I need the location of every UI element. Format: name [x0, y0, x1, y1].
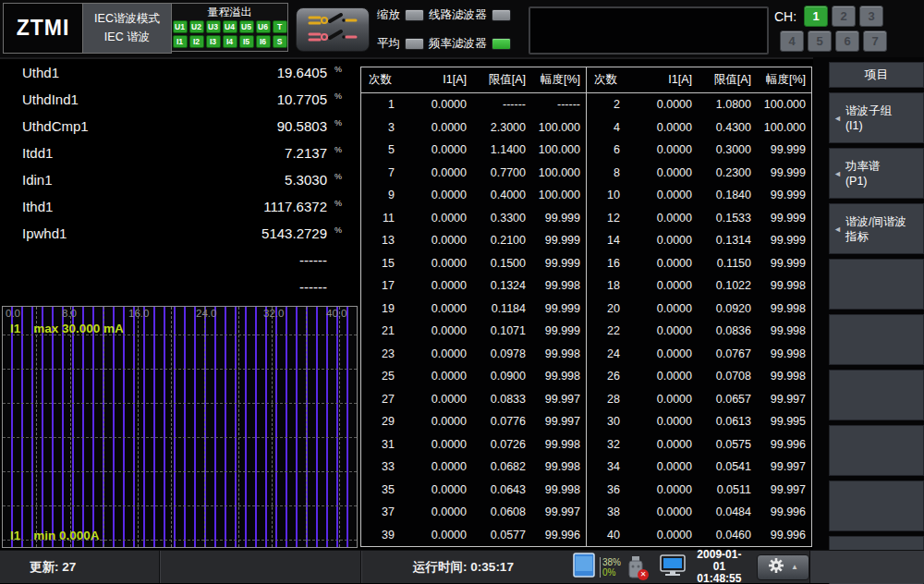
statusbar-empty-section	[160, 551, 360, 583]
table-cell: 14	[587, 234, 629, 247]
table-row: 140.00000.131499.999	[587, 229, 811, 252]
table-cell: 0.0608	[470, 505, 529, 518]
grid-line-horizontal	[3, 505, 357, 506]
settings-menu-button[interactable]: ▲	[757, 554, 809, 580]
grid-line-vertical	[171, 307, 172, 547]
datetime-indicator: 2009-01-01 01:48:55	[694, 549, 745, 584]
table-cell: 99.999	[755, 189, 809, 201]
table-cell: 0.0000	[404, 370, 470, 383]
table-row: 120.00000.153399.999	[587, 206, 811, 229]
table-row: 320.00000.057599.996	[587, 432, 811, 456]
channel-button-2[interactable]: 2	[832, 6, 856, 27]
table-cell: 99.999	[755, 143, 809, 156]
table-row: 360.00000.051199.997	[587, 478, 811, 501]
table-row: 260.00000.070899.998	[587, 365, 811, 388]
table-cell: 24	[587, 347, 629, 360]
channel-label: CH:	[774, 9, 800, 24]
table-cell: 99.997	[755, 460, 809, 473]
channel-button-5[interactable]: 5	[808, 30, 832, 52]
harmonic-table: 次数I1[A]限值[A]幅度[%]10.0000------------30.0…	[360, 67, 812, 547]
measurement-unit: %	[334, 220, 359, 240]
measurement-label: Uthd1	[22, 65, 190, 80]
harmonic-table-right-half: 次数I1[A]限值[A]幅度[%]20.00001.0800100.00040.…	[586, 67, 811, 546]
table-row: 300.00000.061399.995	[587, 410, 811, 433]
table-cell: 0.0708	[696, 370, 755, 383]
table-row: 200.00000.092099.998	[587, 297, 811, 320]
measurement-label: Itdd1	[22, 145, 190, 161]
table-cell: 33	[361, 460, 404, 473]
table-row: 310.00000.072699.998	[361, 432, 586, 456]
table-cell: 28	[587, 393, 629, 406]
sidebar-item[interactable]: ◄功率谱(P1)	[829, 148, 924, 199]
frequency-filter-toggle[interactable]	[492, 38, 511, 50]
table-cell: 1.1400	[470, 143, 529, 156]
table-row: 380.00000.048499.996	[587, 501, 811, 524]
zoom-toggle-label: 缩放	[377, 7, 400, 23]
channel-button-3[interactable]: 3	[859, 6, 883, 27]
brand-logo-text: ZTMI	[17, 16, 70, 41]
table-cell: 0.0000	[404, 212, 470, 225]
table-cell: 31	[361, 438, 404, 451]
sidebar-item-label: 功率谱(P1)	[845, 159, 881, 189]
average-toggle-label: 平均	[377, 36, 400, 52]
table-cell: 34	[587, 460, 629, 473]
table-cell: 38	[587, 505, 629, 518]
table-row: 400.00000.046099.996	[587, 523, 811, 546]
grid-line-vertical	[306, 307, 307, 547]
sidebar-item[interactable]: ◄谐波子组(I1)	[829, 92, 924, 143]
measurement-row: ------	[0, 274, 359, 300]
table-cell: 99.995	[755, 415, 809, 428]
table-cell: 99.998	[529, 279, 584, 292]
measurement-value: ------	[190, 279, 327, 295]
overload-indicator-U4: U4	[223, 20, 237, 33]
table-row: 190.00000.118499.999	[361, 297, 586, 320]
right-sidebar: 项目 ◄谐波子组(I1)◄功率谱(P1)◄谐波/间谐波指标	[813, 57, 924, 571]
table-cell: 99.999	[529, 257, 584, 270]
chart-series-name: I1	[10, 322, 20, 335]
table-row: 90.00000.4000100.000	[361, 184, 586, 207]
table-cell: 99.997	[529, 505, 584, 518]
overload-indicator-I2: I2	[189, 35, 204, 48]
switch-circuit-icon	[307, 12, 359, 47]
x-axis-tick-label: 0.0	[6, 308, 20, 319]
x-axis-tick-label: 24.0	[196, 308, 216, 319]
table-cell: 0.0000	[404, 166, 470, 179]
table-cell: 0.0000	[404, 279, 470, 292]
table-row: 70.00000.7700100.000	[361, 161, 586, 184]
wiring-settings-button[interactable]	[296, 7, 370, 52]
line-filter-toggle[interactable]	[492, 9, 511, 21]
table-cell: 0.0000	[629, 415, 696, 428]
grid-line-horizontal	[3, 369, 357, 370]
sidebar-item[interactable]: ◄谐波/间谐波指标	[829, 203, 924, 254]
table-row: 390.00000.057799.996	[361, 523, 586, 546]
table-cell: 0.0833	[470, 393, 529, 406]
runtime-indicator: 运行时间: 0:35:17	[361, 551, 565, 583]
channel-button-4[interactable]: 4	[780, 30, 804, 52]
measurement-value: 5143.2729	[190, 225, 327, 241]
channel-button-6[interactable]: 6	[835, 30, 859, 52]
measurement-row: Ipwhd15143.2729%	[0, 220, 359, 247]
channel-button-1[interactable]: 1	[804, 6, 828, 27]
channel-button-7[interactable]: 7	[863, 30, 887, 52]
overload-indicator-I3: I3	[206, 35, 221, 48]
table-cell: 0.0000	[629, 529, 696, 541]
usb-device-icon: ✕	[626, 555, 646, 579]
table-cell: 23	[361, 347, 404, 360]
chart-max-text: max 30.000 mA	[33, 322, 124, 335]
table-cell: 99.998	[755, 370, 809, 383]
table-row: 370.00000.060899.997	[361, 501, 586, 524]
average-toggle[interactable]	[405, 38, 424, 50]
system-status-icons: 38% 0% ✕ 2009-01-01 01:48:55	[565, 551, 809, 583]
table-cell: 100.000	[529, 166, 584, 179]
table-cell: 99.996	[755, 505, 809, 518]
table-cell: 0.1533	[696, 212, 755, 225]
range-overload-panel: 量程溢出 U1U2U3U4U5U6T I1I2I3I4I5I6S	[171, 3, 288, 52]
zoom-toggle[interactable]	[405, 9, 424, 21]
table-cell: 0.0000	[629, 189, 696, 201]
measurement-label: Idin1	[22, 172, 190, 188]
gear-icon	[768, 557, 784, 578]
table-cell: 99.996	[755, 529, 809, 541]
table-row: 270.00000.083399.997	[361, 387, 586, 410]
table-row: 50.00001.1400100.000	[361, 139, 586, 162]
table-cell: 99.999	[755, 257, 809, 270]
